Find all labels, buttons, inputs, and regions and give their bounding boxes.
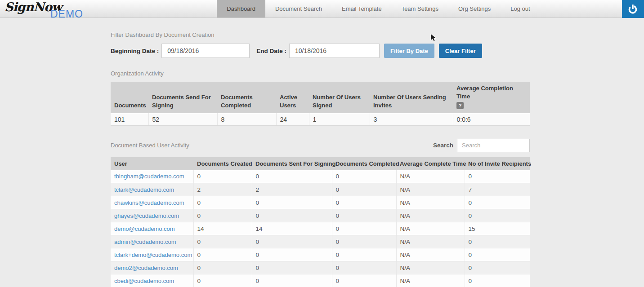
user-stat-cell: 0 bbox=[332, 170, 396, 183]
user-stat-cell: 15 bbox=[465, 222, 530, 235]
user-stat-cell: 0 bbox=[193, 248, 252, 261]
user-stat-cell: 0 bbox=[332, 235, 396, 248]
user-email-link[interactable]: ghayes@cudademo.com bbox=[111, 209, 193, 222]
user-column-header: Documents Sent For Signing bbox=[252, 157, 332, 170]
user-email-link[interactable]: chawkins@cudademo.com bbox=[111, 196, 193, 209]
brand-logo[interactable]: SignNow DEMO bbox=[0, 0, 135, 18]
org-activity-heading: Organization Activity bbox=[111, 70, 530, 77]
search-control: Search bbox=[433, 139, 530, 152]
user-stat-cell: 0 bbox=[252, 170, 332, 183]
org-column-header: Active Users bbox=[276, 82, 309, 113]
org-column-label: Number Of Users Sending Invites bbox=[373, 94, 446, 109]
user-stat-cell: 0 bbox=[332, 261, 396, 274]
user-stat-cell: 0 bbox=[332, 209, 396, 222]
help-icon[interactable]: ? bbox=[456, 102, 464, 109]
user-stat-cell: 0 bbox=[252, 261, 332, 274]
user-email-link[interactable]: tclark+demo@cudademo.com bbox=[111, 248, 193, 261]
user-stat-cell: 0 bbox=[252, 248, 332, 261]
org-column-label: Active Users bbox=[280, 94, 297, 109]
nav-tab-email-template[interactable]: Email Template bbox=[332, 0, 392, 18]
user-stat-cell: 0 bbox=[465, 235, 530, 248]
user-activity-table: UserDocuments CreatedDocuments Sent For … bbox=[111, 157, 530, 287]
user-column-header: Documents Completed bbox=[332, 157, 396, 170]
power-icon bbox=[627, 3, 639, 15]
user-stat-cell: 0 bbox=[465, 170, 530, 183]
org-column-label: Number Of Users Signed bbox=[313, 94, 361, 109]
user-email-link[interactable]: demo2@cudademo.com bbox=[111, 261, 193, 274]
user-stat-cell: N/A bbox=[396, 248, 465, 261]
org-column-header: Documents bbox=[111, 82, 148, 113]
user-stat-cell: 0 bbox=[252, 274, 332, 287]
clear-filter-button[interactable]: Clear Filter bbox=[439, 44, 482, 58]
user-stat-cell: N/A bbox=[396, 170, 465, 183]
user-stat-cell: 0 bbox=[252, 209, 332, 222]
beginning-date-input[interactable] bbox=[161, 44, 250, 58]
nav-tab-document-search[interactable]: Document Search bbox=[265, 0, 332, 18]
table-row: chawkins@cudademo.com000N/A0 bbox=[111, 196, 530, 209]
org-column-header: Number Of Users Sending Invites bbox=[370, 82, 453, 113]
user-stat-cell: N/A bbox=[396, 196, 465, 209]
nav-tab-dashboard[interactable]: Dashboard bbox=[217, 0, 265, 18]
org-column-label: Average Completion Time bbox=[456, 85, 513, 100]
org-column-header: Documents Send For Signing bbox=[148, 82, 217, 113]
org-column-label: Documents Send For Signing bbox=[152, 94, 211, 109]
filter-section-heading: Filter Dashboard By Document Creation bbox=[111, 31, 530, 38]
user-table-body: tbingham@cudademo.com000N/A0tclark@cudad… bbox=[111, 170, 530, 287]
user-column-header: Documents Created bbox=[193, 157, 252, 170]
user-column-header: No of Invite Recipients bbox=[465, 157, 530, 170]
user-stat-cell: 0 bbox=[332, 274, 396, 287]
org-value-cell: 1 bbox=[309, 113, 370, 125]
user-stat-cell: 0 bbox=[193, 235, 252, 248]
user-stat-cell: 0 bbox=[332, 222, 396, 235]
user-stat-cell: 14 bbox=[193, 222, 252, 235]
filter-by-date-button[interactable]: Filter By Date bbox=[384, 44, 434, 58]
user-stat-cell: N/A bbox=[396, 274, 465, 287]
table-row: tclark+demo@cudademo.com000N/A0 bbox=[111, 248, 530, 261]
user-email-link[interactable]: tclark@cudademo.com bbox=[111, 183, 193, 196]
user-activity-heading: Document Based User Activity bbox=[111, 142, 189, 149]
brand-demo-label: DEMO bbox=[50, 8, 83, 20]
user-stat-cell: 14 bbox=[252, 222, 332, 235]
user-stat-cell: 0 bbox=[332, 196, 396, 209]
search-input[interactable] bbox=[457, 139, 530, 152]
user-stat-cell: 0 bbox=[465, 274, 530, 287]
org-values-row: 10152824130:0:6 bbox=[111, 113, 530, 125]
user-stat-cell: N/A bbox=[396, 261, 465, 274]
table-row: demo2@cudademo.com000N/A0 bbox=[111, 261, 530, 274]
user-stat-cell: 0 bbox=[193, 209, 252, 222]
power-logout-button[interactable] bbox=[622, 0, 644, 18]
user-column-header: User bbox=[111, 157, 193, 170]
user-stat-cell: 0 bbox=[332, 248, 396, 261]
nav-tab-org-settings[interactable]: Org Settings bbox=[448, 0, 501, 18]
nav-tab-team-settings[interactable]: Team Settings bbox=[392, 0, 448, 18]
table-row: cbedi@cudademo.com000N/A0 bbox=[111, 274, 530, 287]
user-email-link[interactable]: cbedi@cudademo.com bbox=[111, 274, 193, 287]
user-stat-cell: 0 bbox=[465, 196, 530, 209]
user-stat-cell: N/A bbox=[396, 183, 465, 196]
top-navigation-bar: SignNow DEMO Dashboard Document Search E… bbox=[0, 0, 644, 18]
user-email-link[interactable]: tbingham@cudademo.com bbox=[111, 170, 193, 183]
user-email-link[interactable]: admin@cudademo.com bbox=[111, 235, 193, 248]
org-column-label: Documents bbox=[114, 102, 146, 109]
table-row: admin@cudademo.com000N/A0 bbox=[111, 235, 530, 248]
table-row: ghayes@cudademo.com000N/A0 bbox=[111, 209, 530, 222]
nav-tab-log-out[interactable]: Log out bbox=[501, 0, 540, 18]
table-row: tbingham@cudademo.com000N/A0 bbox=[111, 170, 530, 183]
user-stat-cell: 0 bbox=[465, 261, 530, 274]
user-activity-header-row: Document Based User Activity Search bbox=[111, 139, 530, 152]
end-date-input[interactable] bbox=[289, 44, 380, 58]
org-value-cell: 3 bbox=[370, 113, 453, 125]
org-header-row: DocumentsDocuments Send For SigningDocum… bbox=[111, 82, 530, 113]
org-column-header: Number Of Users Signed bbox=[309, 82, 370, 113]
user-stat-cell: 0 bbox=[252, 196, 332, 209]
user-stat-cell: 0 bbox=[193, 261, 252, 274]
table-row: demo@cudademo.com14140N/A15 bbox=[111, 222, 530, 235]
user-stat-cell: N/A bbox=[396, 209, 465, 222]
user-email-link[interactable]: demo@cudademo.com bbox=[111, 222, 193, 235]
org-value-cell: 101 bbox=[111, 113, 148, 125]
org-value-cell: 24 bbox=[276, 113, 309, 125]
search-label: Search bbox=[433, 142, 453, 149]
org-column-header: Documents Completed bbox=[217, 82, 276, 113]
org-value-cell: 8 bbox=[217, 113, 276, 125]
user-stat-cell: 0 bbox=[465, 209, 530, 222]
